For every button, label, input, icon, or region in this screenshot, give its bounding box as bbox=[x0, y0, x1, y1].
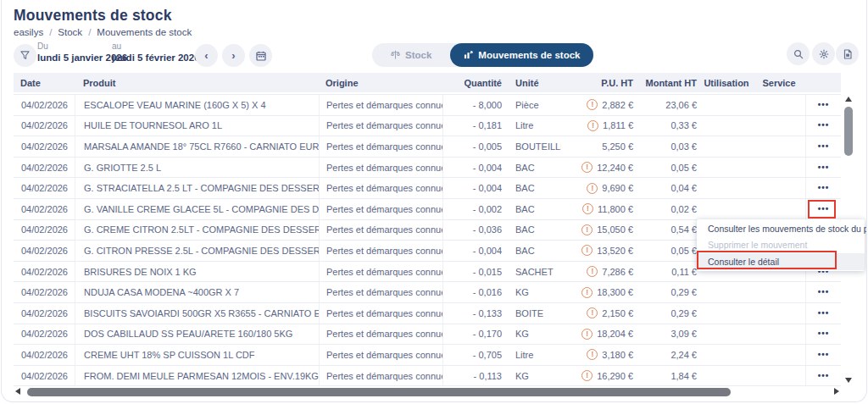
row-actions-button[interactable]: ••• bbox=[815, 162, 833, 174]
cell-amount: 2,24 € bbox=[639, 345, 700, 365]
cell-date: 04/02/2026 bbox=[14, 262, 75, 282]
column-header-montant-ht[interactable]: Montant HT bbox=[639, 73, 700, 92]
column-header-date[interactable]: Date bbox=[14, 73, 75, 92]
table-row[interactable]: 04/02/2026 ESCALOPE VEAU MARINE (160G X … bbox=[14, 95, 841, 116]
unit-price-value: 3,180 € bbox=[602, 350, 633, 360]
cell-utilisation bbox=[700, 303, 753, 324]
table-row[interactable]: 04/02/2026 BISCUITS SAVOIARDI 500GR X5 R… bbox=[14, 303, 841, 324]
cell-quantity: - 0,016 bbox=[442, 282, 507, 302]
scroll-down-arrow-icon[interactable] bbox=[845, 378, 852, 383]
breadcrumb-stock[interactable]: Stock bbox=[58, 27, 82, 37]
ellipsis-icon: ••• bbox=[818, 371, 830, 380]
toggle-mouvements[interactable]: Mouvements de stock bbox=[450, 43, 593, 67]
column-header-service[interactable]: Service bbox=[753, 73, 805, 92]
column-header-utilisation[interactable]: Utilisation bbox=[700, 73, 753, 92]
cell-service bbox=[753, 199, 805, 219]
cell-utilisation bbox=[700, 345, 753, 365]
cell-quantity: - 0,004 bbox=[442, 178, 507, 198]
cell-date: 04/02/2026 bbox=[14, 199, 75, 219]
export-button[interactable] bbox=[836, 42, 859, 65]
row-actions-button[interactable]: ••• bbox=[815, 307, 833, 319]
cell-product: G. VANILLE CREME GLACEE 5L - COMPAGNIE D… bbox=[75, 199, 319, 219]
unit-price-value: 11,800 € bbox=[598, 204, 633, 214]
cell-service bbox=[753, 366, 805, 386]
alert-circle-icon: ! bbox=[587, 99, 598, 110]
row-actions-button[interactable]: ••• bbox=[815, 119, 833, 131]
cell-utilisation bbox=[700, 158, 753, 178]
horizontal-scrollbar[interactable] bbox=[14, 387, 856, 397]
toggle-stock[interactable]: Stock bbox=[372, 43, 450, 67]
date-to[interactable]: au jeudi 5 février 2026 bbox=[112, 42, 200, 63]
vertical-scrollbar-thumb[interactable] bbox=[844, 107, 853, 156]
row-actions-button[interactable]: ••• bbox=[815, 141, 833, 152]
row-actions-button[interactable]: ••• bbox=[815, 370, 833, 382]
cell-quantity: - 8,000 bbox=[442, 95, 507, 115]
row-actions-button[interactable]: ••• bbox=[815, 182, 833, 194]
cell-amount: 0,29 € bbox=[639, 303, 700, 324]
cell-date: 04/02/2026 bbox=[14, 220, 75, 241]
cell-unit: BAC bbox=[507, 241, 561, 261]
column-header-quantite[interactable]: Quantité bbox=[442, 73, 507, 92]
alert-circle-icon: ! bbox=[581, 224, 593, 235]
menu-item-supprimer-mouvement: Supprimer le mouvement bbox=[697, 237, 865, 254]
cell-unit-price: ! 2,882 € bbox=[561, 95, 639, 115]
row-actions-button[interactable]: ••• bbox=[815, 328, 833, 340]
row-actions-button[interactable]: ••• bbox=[815, 286, 833, 298]
horizontal-scrollbar-thumb[interactable] bbox=[27, 388, 731, 396]
cell-amount: 0,05 € bbox=[639, 241, 700, 261]
menu-item-consulter-mouvements[interactable]: Consulter les mouvements de stock du pro… bbox=[697, 220, 865, 237]
cell-service bbox=[753, 178, 805, 198]
next-period-button[interactable]: › bbox=[222, 44, 245, 67]
table-row[interactable]: 04/02/2026 G. GRIOTTE 2.5 L Pertes et dé… bbox=[14, 158, 841, 179]
cell-date: 04/02/2026 bbox=[14, 241, 75, 261]
cell-unit: SACHET bbox=[507, 262, 561, 282]
alert-circle-icon: ! bbox=[581, 245, 593, 256]
calendar-button[interactable] bbox=[249, 44, 272, 67]
alert-circle-icon: ! bbox=[581, 287, 593, 298]
breadcrumb-easilys[interactable]: easilys bbox=[14, 27, 43, 37]
table-row[interactable]: 04/02/2026 FROM. DEMI MEULE PARMESAN 12M… bbox=[14, 366, 841, 387]
table-row[interactable]: 04/02/2026 HUILE DE TOURNESOL ARO 1L Per… bbox=[14, 116, 841, 137]
filter-funnel-icon bbox=[20, 51, 30, 60]
cell-unit-price: ! 3,180 € bbox=[561, 345, 639, 365]
cell-product: FROM. DEMI MEULE PARMESAN 12MOIS - ENV.1… bbox=[75, 366, 319, 386]
alert-circle-icon: ! bbox=[581, 329, 593, 340]
table-row[interactable]: 04/02/2026 DOS CABILLAUD SS PEAU/ARETE 1… bbox=[14, 324, 841, 346]
cell-quantity: - 0,181 bbox=[442, 116, 507, 136]
settings-button[interactable] bbox=[812, 42, 835, 65]
column-header-produit[interactable]: Produit bbox=[75, 73, 319, 92]
cell-unit-price: ! 11,800 € bbox=[561, 199, 639, 219]
cell-date: 04/02/2026 bbox=[14, 178, 75, 198]
page-title: Mouvements de stock bbox=[14, 7, 172, 25]
column-header-unite[interactable]: Unité bbox=[507, 73, 561, 92]
scroll-left-arrow-icon[interactable] bbox=[15, 388, 20, 395]
cell-unit-price: ! 2,150 € bbox=[561, 303, 639, 324]
date-to-value[interactable]: jeudi 5 février 2026 bbox=[112, 53, 200, 63]
cell-quantity: - 0,170 bbox=[442, 324, 507, 345]
breadcrumb-mouvements: Mouvements de stock bbox=[97, 27, 192, 37]
alert-circle-icon: ! bbox=[587, 266, 598, 277]
cell-unit-price: ! 16,290 € bbox=[561, 366, 639, 386]
cell-product: BISCUITS SAVOIARDI 500GR X5 R3655 - CARN… bbox=[75, 303, 319, 324]
row-actions-button[interactable]: ••• bbox=[815, 99, 833, 111]
date-to-label: au bbox=[112, 42, 200, 51]
menu-item-consulter-detail[interactable]: Consulter le détail bbox=[697, 253, 865, 270]
column-header-pu-ht[interactable]: P.U. HT bbox=[561, 73, 639, 92]
table-row[interactable]: 04/02/2026 G. STRACIATELLA 2.5 LT - COMP… bbox=[14, 178, 841, 199]
row-actions-button[interactable]: ••• bbox=[815, 349, 833, 361]
gear-icon bbox=[819, 49, 829, 59]
scroll-right-arrow-icon[interactable] bbox=[834, 388, 839, 395]
column-header-origine[interactable]: Origine bbox=[319, 73, 442, 92]
previous-period-button[interactable]: ‹ bbox=[195, 44, 218, 67]
table-row[interactable]: 04/02/2026 CREME UHT 18% SP CUISSON 1L C… bbox=[14, 345, 841, 366]
filter-button[interactable] bbox=[14, 44, 36, 67]
table-row[interactable]: 04/02/2026 G. VANILLE CREME GLACEE 5L - … bbox=[14, 199, 841, 220]
cell-product: G. GRIOTTE 2.5 L bbox=[75, 158, 319, 178]
cell-utilisation bbox=[700, 136, 753, 157]
row-actions-button[interactable]: ••• bbox=[815, 203, 833, 215]
table-row[interactable]: 04/02/2026 MARSALA AMANDE 18° 75CL R7660… bbox=[14, 136, 841, 158]
view-toggle: Stock Mouvements de stock bbox=[372, 43, 593, 67]
search-button[interactable] bbox=[787, 42, 810, 65]
scroll-up-arrow-icon[interactable] bbox=[845, 97, 852, 102]
table-row[interactable]: 04/02/2026 NDUJA CASA MODENA ~400GR X 7 … bbox=[14, 282, 841, 303]
